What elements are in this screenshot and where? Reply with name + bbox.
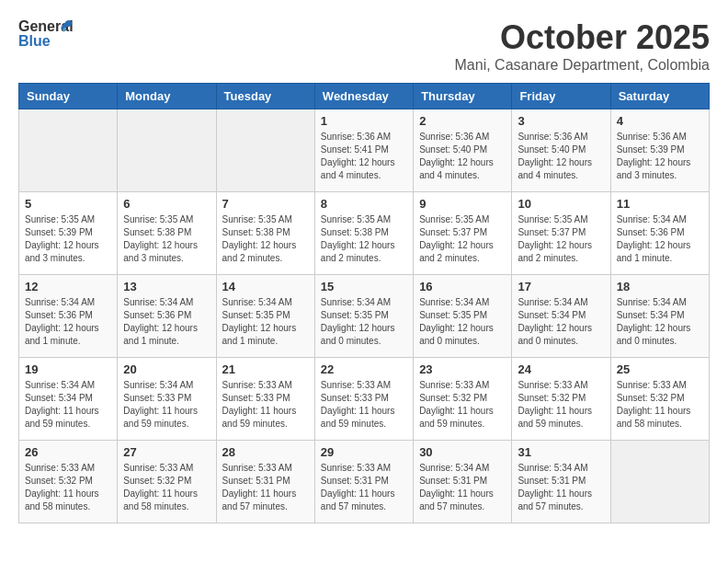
day-info: Sunrise: 5:35 AM Sunset: 5:37 PM Dayligh… — [419, 213, 506, 265]
day-info: Sunrise: 5:33 AM Sunset: 5:32 PM Dayligh… — [617, 379, 703, 431]
calendar-cell: 17Sunrise: 5:34 AM Sunset: 5:34 PM Dayli… — [512, 275, 610, 358]
day-number: 15 — [321, 280, 407, 293]
day-info: Sunrise: 5:34 AM Sunset: 5:35 PM Dayligh… — [222, 296, 309, 348]
day-number: 14 — [222, 280, 309, 293]
day-number: 26 — [25, 445, 111, 459]
day-number: 19 — [25, 362, 111, 376]
calendar-cell: 18Sunrise: 5:34 AM Sunset: 5:34 PM Dayli… — [610, 275, 709, 358]
day-info: Sunrise: 5:34 AM Sunset: 5:34 PM Dayligh… — [25, 379, 111, 431]
day-info: Sunrise: 5:34 AM Sunset: 5:36 PM Dayligh… — [25, 296, 111, 348]
day-number: 31 — [518, 445, 604, 459]
day-info: Sunrise: 5:33 AM Sunset: 5:32 PM Dayligh… — [25, 462, 111, 513]
day-info: Sunrise: 5:35 AM Sunset: 5:39 PM Dayligh… — [25, 213, 111, 265]
calendar-cell: 26Sunrise: 5:33 AM Sunset: 5:32 PM Dayli… — [19, 441, 118, 523]
calendar-cell: 16Sunrise: 5:34 AM Sunset: 5:35 PM Dayli… — [414, 275, 512, 358]
day-number: 5 — [25, 197, 111, 211]
day-number: 8 — [321, 197, 407, 211]
calendar-cell: 22Sunrise: 5:33 AM Sunset: 5:33 PM Dayli… — [314, 358, 413, 441]
day-number: 17 — [518, 280, 604, 293]
day-number: 24 — [518, 362, 604, 376]
column-header-sunday: Sunday — [19, 84, 118, 109]
calendar-cell: 24Sunrise: 5:33 AM Sunset: 5:32 PM Dayli… — [512, 358, 610, 441]
day-number: 16 — [419, 280, 506, 293]
calendar-cell: 11Sunrise: 5:34 AM Sunset: 5:36 PM Dayli… — [610, 192, 709, 275]
logo-bird-icon — [53, 18, 74, 39]
calendar-cell — [19, 109, 118, 192]
logo-blue-text: Blue — [18, 33, 51, 50]
day-number: 28 — [222, 445, 309, 459]
day-number: 1 — [321, 114, 407, 128]
day-number: 11 — [617, 197, 703, 211]
calendar-cell — [118, 109, 216, 192]
calendar-table: SundayMondayTuesdayWednesdayThursdayFrid… — [18, 83, 710, 523]
day-number: 4 — [617, 114, 703, 128]
calendar-week-row: 19Sunrise: 5:34 AM Sunset: 5:34 PM Dayli… — [19, 358, 710, 441]
day-info: Sunrise: 5:33 AM Sunset: 5:32 PM Dayligh… — [518, 379, 604, 431]
day-info: Sunrise: 5:34 AM Sunset: 5:36 PM Dayligh… — [123, 296, 210, 348]
calendar-week-row: 26Sunrise: 5:33 AM Sunset: 5:32 PM Dayli… — [19, 441, 710, 523]
calendar-cell: 7Sunrise: 5:35 AM Sunset: 5:38 PM Daylig… — [216, 192, 314, 275]
calendar-week-row: 5Sunrise: 5:35 AM Sunset: 5:39 PM Daylig… — [19, 192, 710, 275]
calendar-cell: 20Sunrise: 5:34 AM Sunset: 5:33 PM Dayli… — [118, 358, 216, 441]
column-header-tuesday: Tuesday — [216, 84, 314, 109]
day-info: Sunrise: 5:36 AM Sunset: 5:40 PM Dayligh… — [419, 131, 506, 182]
calendar-cell: 25Sunrise: 5:33 AM Sunset: 5:32 PM Dayli… — [610, 358, 709, 441]
day-number: 3 — [518, 114, 604, 128]
calendar-cell: 12Sunrise: 5:34 AM Sunset: 5:36 PM Dayli… — [19, 275, 118, 358]
calendar-cell — [610, 441, 709, 523]
calendar-cell: 19Sunrise: 5:34 AM Sunset: 5:34 PM Dayli… — [19, 358, 118, 441]
day-number: 10 — [518, 197, 604, 211]
day-info: Sunrise: 5:35 AM Sunset: 5:38 PM Dayligh… — [222, 213, 309, 265]
calendar-cell: 15Sunrise: 5:34 AM Sunset: 5:35 PM Dayli… — [314, 275, 413, 358]
day-info: Sunrise: 5:33 AM Sunset: 5:32 PM Dayligh… — [123, 462, 210, 513]
calendar-subtitle: Mani, Casanare Department, Colombia — [455, 57, 710, 74]
day-info: Sunrise: 5:34 AM Sunset: 5:33 PM Dayligh… — [123, 379, 210, 431]
day-info: Sunrise: 5:34 AM Sunset: 5:31 PM Dayligh… — [419, 462, 506, 513]
logo: General Blue — [18, 18, 74, 60]
day-number: 20 — [123, 362, 210, 376]
calendar-cell: 13Sunrise: 5:34 AM Sunset: 5:36 PM Dayli… — [118, 275, 216, 358]
column-header-thursday: Thursday — [414, 84, 512, 109]
day-info: Sunrise: 5:34 AM Sunset: 5:35 PM Dayligh… — [321, 296, 407, 348]
day-number: 21 — [222, 362, 309, 376]
day-info: Sunrise: 5:36 AM Sunset: 5:41 PM Dayligh… — [321, 131, 407, 182]
day-info: Sunrise: 5:34 AM Sunset: 5:31 PM Dayligh… — [518, 462, 604, 513]
calendar-cell: 30Sunrise: 5:34 AM Sunset: 5:31 PM Dayli… — [414, 441, 512, 523]
calendar-body: 1Sunrise: 5:36 AM Sunset: 5:41 PM Daylig… — [19, 109, 710, 523]
calendar-cell: 27Sunrise: 5:33 AM Sunset: 5:32 PM Dayli… — [118, 441, 216, 523]
day-info: Sunrise: 5:33 AM Sunset: 5:32 PM Dayligh… — [419, 379, 506, 431]
calendar-cell: 23Sunrise: 5:33 AM Sunset: 5:32 PM Dayli… — [414, 358, 512, 441]
day-number: 7 — [222, 197, 309, 211]
day-number: 6 — [123, 197, 210, 211]
calendar-cell: 4Sunrise: 5:36 AM Sunset: 5:39 PM Daylig… — [610, 109, 709, 192]
column-header-monday: Monday — [118, 84, 216, 109]
calendar-cell: 21Sunrise: 5:33 AM Sunset: 5:33 PM Dayli… — [216, 358, 314, 441]
day-info: Sunrise: 5:34 AM Sunset: 5:34 PM Dayligh… — [518, 296, 604, 348]
calendar-cell: 2Sunrise: 5:36 AM Sunset: 5:40 PM Daylig… — [414, 109, 512, 192]
day-info: Sunrise: 5:34 AM Sunset: 5:34 PM Dayligh… — [617, 296, 703, 348]
day-number: 13 — [123, 280, 210, 293]
calendar-header-row: SundayMondayTuesdayWednesdayThursdayFrid… — [19, 84, 710, 109]
calendar-cell: 6Sunrise: 5:35 AM Sunset: 5:38 PM Daylig… — [118, 192, 216, 275]
day-info: Sunrise: 5:36 AM Sunset: 5:40 PM Dayligh… — [518, 131, 604, 182]
calendar-cell: 10Sunrise: 5:35 AM Sunset: 5:37 PM Dayli… — [512, 192, 610, 275]
page-header: General Blue October 2025 Mani, Casanare… — [18, 18, 710, 74]
day-number: 2 — [419, 114, 506, 128]
day-number: 9 — [419, 197, 506, 211]
day-info: Sunrise: 5:33 AM Sunset: 5:33 PM Dayligh… — [321, 379, 407, 431]
column-header-friday: Friday — [512, 84, 610, 109]
calendar-cell: 29Sunrise: 5:33 AM Sunset: 5:31 PM Dayli… — [314, 441, 413, 523]
title-block: October 2025 Mani, Casanare Department, … — [455, 18, 710, 74]
day-info: Sunrise: 5:33 AM Sunset: 5:31 PM Dayligh… — [222, 462, 309, 513]
calendar-cell: 31Sunrise: 5:34 AM Sunset: 5:31 PM Dayli… — [512, 441, 610, 523]
calendar-cell: 14Sunrise: 5:34 AM Sunset: 5:35 PM Dayli… — [216, 275, 314, 358]
day-info: Sunrise: 5:36 AM Sunset: 5:39 PM Dayligh… — [617, 131, 703, 182]
calendar-week-row: 12Sunrise: 5:34 AM Sunset: 5:36 PM Dayli… — [19, 275, 710, 358]
day-number: 25 — [617, 362, 703, 376]
calendar-cell: 5Sunrise: 5:35 AM Sunset: 5:39 PM Daylig… — [19, 192, 118, 275]
day-number: 23 — [419, 362, 506, 376]
day-number: 12 — [25, 280, 111, 293]
day-number: 22 — [321, 362, 407, 376]
day-info: Sunrise: 5:33 AM Sunset: 5:31 PM Dayligh… — [321, 462, 407, 513]
calendar-title: October 2025 — [455, 18, 710, 57]
